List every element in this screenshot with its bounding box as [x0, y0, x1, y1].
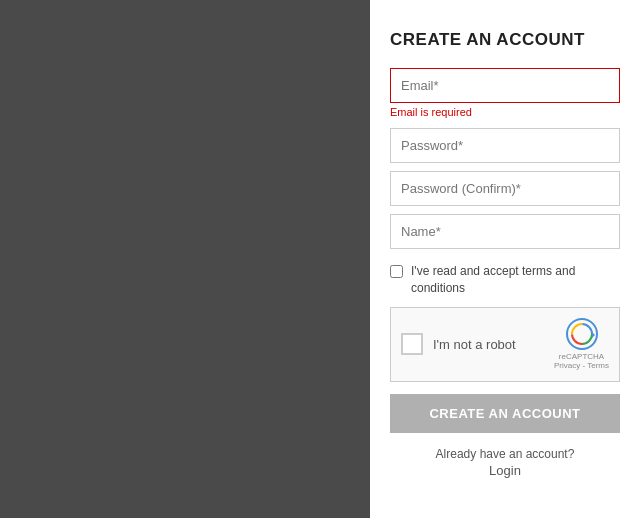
- recaptcha-icon: [566, 318, 598, 350]
- login-link[interactable]: Login: [390, 463, 620, 478]
- recaptcha-widget[interactable]: I'm not a robot reCAPTCHA Privacy - Term…: [390, 307, 620, 382]
- terms-checkbox[interactable]: [390, 265, 403, 278]
- right-panel: CREATE AN ACCOUNT Email is required I've…: [370, 0, 640, 518]
- page-title: CREATE AN ACCOUNT: [390, 30, 585, 50]
- email-field[interactable]: [390, 68, 620, 103]
- recaptcha-brand-text: reCAPTCHA Privacy - Terms: [554, 352, 609, 371]
- left-panel: [0, 0, 370, 518]
- already-have-account-text: Already have an account?: [390, 447, 620, 461]
- name-group: [390, 214, 620, 249]
- email-group: Email is required: [390, 68, 620, 120]
- terms-row: I've read and accept terms and condition…: [390, 263, 620, 297]
- password-confirm-group: [390, 171, 620, 206]
- terms-label: I've read and accept terms and condition…: [411, 263, 620, 297]
- recaptcha-label: I'm not a robot: [433, 337, 516, 352]
- create-account-button[interactable]: CREATE AN ACCOUNT: [390, 394, 620, 433]
- recaptcha-left: I'm not a robot: [401, 333, 516, 355]
- recaptcha-checkbox[interactable]: [401, 333, 423, 355]
- password-confirm-field[interactable]: [390, 171, 620, 206]
- email-error-message: Email is required: [390, 106, 620, 118]
- svg-marker-1: [592, 332, 595, 338]
- login-prompt: Already have an account? Login: [390, 447, 620, 478]
- password-group: [390, 128, 620, 163]
- password-field[interactable]: [390, 128, 620, 163]
- name-field[interactable]: [390, 214, 620, 249]
- recaptcha-logo: reCAPTCHA Privacy - Terms: [554, 318, 609, 371]
